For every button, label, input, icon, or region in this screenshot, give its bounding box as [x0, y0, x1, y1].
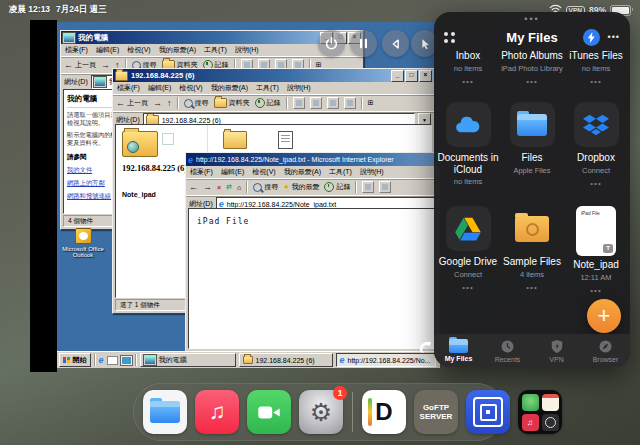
- back-button[interactable]: ←上一頁: [116, 98, 148, 108]
- menu-help[interactable]: 說明(H): [360, 167, 384, 177]
- search-button[interactable]: 搜尋: [184, 98, 209, 108]
- browser-page[interactable]: iPad File: [188, 208, 440, 349]
- task-server-folder[interactable]: 192.168.84.225 (6): [239, 353, 333, 367]
- item-more-button[interactable]: •••: [462, 283, 473, 292]
- folders-button[interactable]: 資料夾: [214, 98, 250, 108]
- remote-desktop[interactable]: 我的電腦 _ □ × 檔案(F) 編輯(E) 檢視(V) 我的最愛(A) 工具(…: [57, 22, 440, 368]
- add-button[interactable]: +: [587, 299, 621, 333]
- panel-item-photo-albums[interactable]: Photo Albums iPad Photo Library •••: [500, 50, 564, 86]
- history-button[interactable]: 記錄: [324, 182, 350, 192]
- panel-more-button[interactable]: •••: [608, 32, 620, 42]
- pause-button[interactable]: [350, 30, 377, 57]
- start-label: 開始: [73, 355, 87, 365]
- delete-button[interactable]: [327, 97, 339, 109]
- menu-file[interactable]: 檔案(F): [117, 83, 140, 93]
- titlebar[interactable]: 192.168.84.225 (6) _ □ ×: [113, 69, 434, 82]
- window-internet-explorer[interactable]: e http://192.168.84.225/Note_ipad.txt - …: [185, 152, 440, 352]
- back-button[interactable]: ←: [189, 183, 198, 192]
- panel-item-itunes-files[interactable]: iTunes Files no items •••: [564, 50, 628, 86]
- filebrowser-panel: ••• My Files ••• Inbox no items ••• Phot…: [434, 12, 630, 367]
- menu-view[interactable]: 檢視(V): [127, 45, 150, 55]
- forward-button[interactable]: →: [101, 61, 110, 70]
- mail-quicklaunch-icon[interactable]: [107, 356, 118, 365]
- item-subtitle: Connect: [454, 270, 482, 279]
- task-label: 我的電腦: [159, 355, 187, 365]
- menu-tools[interactable]: 工具(T): [256, 83, 279, 93]
- star-icon: ★: [283, 183, 289, 191]
- menu-edit[interactable]: 編輯(E): [96, 45, 119, 55]
- history-button[interactable]: 記錄: [255, 98, 281, 108]
- start-button[interactable]: 開始: [59, 353, 91, 367]
- show-desktop-icon[interactable]: [121, 356, 132, 365]
- undo-button[interactable]: [344, 97, 356, 109]
- item-more-button[interactable]: •••: [590, 286, 601, 295]
- menu-edit[interactable]: 編輯(E): [221, 167, 244, 177]
- panel-item-note-ipad[interactable]: iPad File T Note_ipad 12:11 AM •••: [564, 206, 628, 295]
- item-more-button[interactable]: •••: [526, 77, 537, 86]
- dock-facetime-app[interactable]: [247, 390, 291, 434]
- item-more-button[interactable]: •••: [590, 179, 601, 188]
- mail-button[interactable]: [362, 181, 374, 193]
- forward-button[interactable]: →: [203, 183, 212, 192]
- titlebar[interactable]: e http://192.168.84.225/Note_ipad.txt - …: [186, 153, 440, 166]
- task-my-computer[interactable]: 我的電腦: [140, 353, 236, 367]
- search-button[interactable]: 搜尋: [253, 182, 278, 192]
- views-button[interactable]: ⊞: [368, 99, 374, 107]
- refresh-button[interactable]: ⇄: [226, 183, 232, 191]
- tab-vpn[interactable]: VPN: [532, 339, 581, 363]
- menu-view[interactable]: 檢視(V): [179, 83, 202, 93]
- menu-tools[interactable]: 工具(T): [204, 45, 227, 55]
- panel-item-google-drive[interactable]: Google Drive Connect •••: [436, 206, 500, 295]
- drag-handle[interactable]: •••: [434, 14, 630, 24]
- folder-icon: [243, 356, 253, 364]
- menu-file[interactable]: 檔案(F): [190, 167, 213, 177]
- home-button[interactable]: ⌂: [237, 184, 241, 191]
- grid-view-button[interactable]: [444, 32, 455, 43]
- menu-help[interactable]: 說明(H): [235, 45, 259, 55]
- back-button[interactable]: ←上一頁: [64, 60, 96, 70]
- desktop-icon-outlook[interactable]: Microsoft Office Outlook: [59, 228, 107, 258]
- tab-my-files[interactable]: My Files: [434, 339, 483, 362]
- maximize-button[interactable]: □: [405, 70, 418, 82]
- back-label: 上一頁: [75, 60, 96, 70]
- menu-favorites[interactable]: 我的最愛(A): [211, 83, 248, 93]
- menu-view[interactable]: 檢視(V): [252, 167, 275, 177]
- up-button[interactable]: ↑: [167, 99, 172, 108]
- tab-recents[interactable]: Recents: [483, 339, 532, 363]
- panel-item-apple-files[interactable]: Files Apple Files: [500, 102, 564, 190]
- menu-favorites[interactable]: 我的最愛(A): [159, 45, 196, 55]
- panel-item-icloud-documents[interactable]: Documents in iCloud no items: [436, 102, 500, 190]
- menu-help[interactable]: 說明(H): [287, 83, 311, 93]
- dock-goftp-app[interactable]: GoFTP SERVER: [414, 390, 458, 434]
- dock-app-folder[interactable]: ♫: [518, 390, 562, 434]
- menu-tools[interactable]: 工具(T): [329, 167, 352, 177]
- item-more-button[interactable]: •••: [526, 283, 537, 292]
- forward-button[interactable]: →: [153, 99, 162, 108]
- menu-edit[interactable]: 編輯(E): [148, 83, 171, 93]
- minimize-button[interactable]: _: [391, 70, 404, 82]
- menu-favorites[interactable]: 我的最愛(A): [284, 167, 321, 177]
- item-more-button[interactable]: •••: [590, 77, 601, 86]
- print-button[interactable]: [379, 181, 391, 193]
- panel-item-sample-files[interactable]: Sample Files 4 items •••: [500, 206, 564, 295]
- tab-browser[interactable]: Browser: [581, 339, 630, 363]
- close-button[interactable]: ×: [419, 70, 432, 82]
- panel-item-dropbox[interactable]: Dropbox Connect •••: [564, 102, 628, 190]
- power-button[interactable]: [318, 30, 345, 57]
- favorites-button[interactable]: ★我的最愛: [283, 182, 319, 192]
- dock-squares-app[interactable]: [466, 390, 510, 434]
- dock-files-app[interactable]: [143, 390, 187, 434]
- back-nav-button[interactable]: [382, 30, 409, 57]
- menu-file[interactable]: 檔案(F): [65, 45, 88, 55]
- ie-quicklaunch-icon[interactable]: e: [99, 356, 104, 364]
- dock-music-app[interactable]: ♫: [195, 390, 239, 434]
- item-more-button[interactable]: •••: [462, 77, 473, 86]
- connection-button[interactable]: [583, 29, 600, 46]
- move-to-button[interactable]: [293, 97, 305, 109]
- dock-documents-app[interactable]: D: [362, 390, 406, 434]
- panel-item-inbox[interactable]: Inbox no items •••: [436, 50, 500, 86]
- copy-to-button[interactable]: [310, 97, 322, 109]
- stop-button[interactable]: ×: [217, 184, 221, 191]
- dock-settings-app[interactable]: ⚙ 1: [299, 390, 343, 434]
- address-value: http://192.168.84.225/Note_ipad.txt: [227, 201, 336, 208]
